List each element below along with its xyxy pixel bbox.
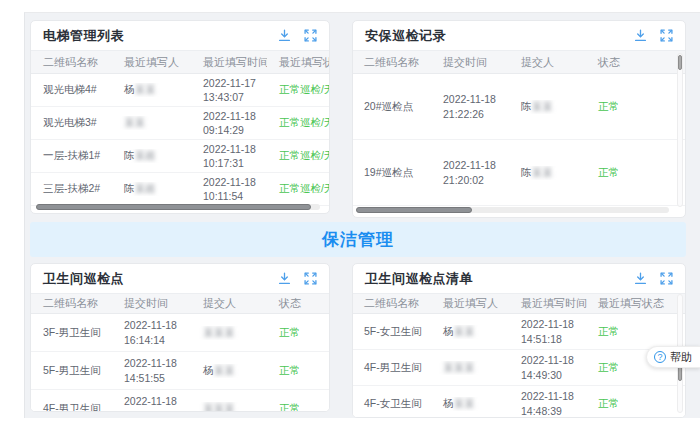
time-cell: 2022-11-1821:20:02	[432, 158, 510, 186]
submitter-cell: 陈某某	[510, 166, 587, 180]
col-last-fill-time: 最近填写时间	[191, 55, 267, 70]
status-cell: 正常巡检/无问题	[267, 116, 330, 130]
vertical-scrollbar[interactable]	[677, 53, 683, 207]
panel-restroom-inspection-list: 卫生间巡检点清单 二维码名称 最近填写人 最近填写时间 最近填写状态 5F-女卫…	[352, 263, 686, 418]
col-qr-name: 二维码名称	[31, 296, 112, 311]
panel-title: 安保巡检记录	[365, 27, 446, 45]
redacted-name: 某某某	[443, 361, 475, 373]
table-row: 一层-扶梯1# 陈某超 2022-11-1810:17:31 正常巡检/无问题	[31, 140, 329, 173]
submitter-cell: 杨某某	[432, 397, 510, 411]
time-cell: 2022-11-1816:14:14	[112, 318, 191, 346]
table-row: 4F-女卫生间 杨某某 2022-11-1814:48:39 正常	[353, 386, 685, 418]
panel-elevator-list: 电梯管理列表 二维码名称 最近填写人 最近填写时间 最近填写状态 观光电梯4# …	[30, 20, 330, 214]
col-last-fill-time: 最近填写时间	[510, 296, 587, 311]
table-header: 二维码名称 最近填写人 最近填写时间 最近填写状态	[353, 293, 685, 314]
download-icon[interactable]	[278, 29, 291, 42]
submitter-cell: 杨某某	[432, 325, 510, 339]
download-icon[interactable]	[634, 272, 647, 285]
panel-header: 电梯管理列表	[31, 21, 329, 50]
time-cell: 2022-11-1814:48:39	[510, 389, 587, 417]
status-cell: 正常巡检/无问题	[267, 83, 330, 97]
time-cell: 2022-11-1814:51:18	[510, 317, 587, 345]
col-qr-name: 二维码名称	[31, 55, 112, 70]
submitter-cell: 陈某超	[112, 182, 191, 196]
submitter-cell: 某某某	[432, 361, 510, 375]
fullscreen-expand-icon[interactable]	[304, 272, 317, 285]
status-cell: 正常	[587, 100, 686, 114]
panel-title: 电梯管理列表	[43, 27, 124, 45]
qr-name-cell: 3F-男卫生间	[31, 326, 112, 340]
table-row: 观光电梯3# 某某 2022-11-1809:14:29 正常巡检/无问题	[31, 107, 329, 140]
section-title: 保洁管理	[322, 228, 394, 251]
table-row: 4F-男卫生间 某某某 2022-11-1814:49:30 正常	[353, 350, 685, 386]
panel-header: 安保巡检记录	[353, 21, 685, 50]
status-cell: 正常	[267, 402, 330, 413]
col-qr-name: 二维码名称	[353, 296, 432, 311]
status-cell: 正常巡检/无问题	[267, 182, 330, 196]
redacted-name: 某某某	[203, 402, 235, 413]
status-cell: 正常	[267, 326, 330, 340]
redacted-name: 某某	[532, 166, 553, 178]
qr-name-cell: 观光电梯4#	[31, 83, 112, 97]
status-cell: 正常	[587, 325, 686, 339]
download-icon[interactable]	[634, 29, 647, 42]
time-cell: 2022-11-1821:22:26	[432, 92, 510, 120]
col-last-filler: 最近填写人	[112, 55, 191, 70]
table-header: 二维码名称 最近填写人 最近填写时间 最近填写状态	[31, 50, 329, 74]
fullscreen-expand-icon[interactable]	[660, 272, 673, 285]
download-icon[interactable]	[278, 272, 291, 285]
dashboard-page: 电梯管理列表 二维码名称 最近填写人 最近填写时间 最近填写状态 观光电梯4# …	[0, 0, 700, 432]
redacted-name: 某某某	[203, 326, 235, 338]
col-last-filler: 最近填写人	[432, 296, 510, 311]
redacted-name: 某某	[532, 100, 553, 112]
qr-name-cell: 一层-扶梯1#	[31, 149, 112, 163]
col-submit-time: 提交时间	[112, 296, 191, 311]
status-cell: 正常巡检/无问题	[267, 149, 330, 163]
redacted-name: 某某	[124, 116, 145, 128]
fullscreen-expand-icon[interactable]	[304, 29, 317, 42]
status-cell: 正常	[587, 166, 686, 180]
scrollbar-thumb[interactable]	[36, 204, 311, 210]
scrollbar-thumb[interactable]	[356, 207, 472, 213]
col-submitter: 提交人	[191, 296, 267, 311]
fullscreen-expand-icon[interactable]	[660, 29, 673, 42]
col-qr-name: 二维码名称	[353, 55, 432, 70]
submitter-cell: 陈某某	[510, 100, 587, 114]
time-cell: 2022-11-1810:17:31	[191, 142, 267, 170]
time-cell: 2022-11-1809:14:29	[191, 109, 267, 137]
help-widget[interactable]: ? 帮助	[646, 346, 700, 368]
qr-name-cell: 4F-男卫生间	[31, 402, 112, 413]
col-status: 状态	[267, 296, 330, 311]
help-label: 帮助	[670, 350, 692, 365]
redacted-name: 某某	[135, 83, 156, 95]
qr-name-cell: 5F-女卫生间	[353, 325, 432, 339]
panel-header: 卫生间巡检点	[31, 264, 329, 293]
redacted-name: 某某	[454, 325, 475, 337]
horizontal-scrollbar[interactable]	[36, 204, 320, 210]
redacted-name: 某超	[135, 182, 156, 194]
submitter-cell: 杨某某	[191, 364, 267, 378]
qr-name-cell: 观光电梯3#	[31, 116, 112, 130]
scrollbar-thumb[interactable]	[678, 55, 682, 70]
col-last-fill-status: 最近填写状态	[587, 296, 686, 311]
table-row: 20#巡检点 2022-11-1821:22:26 陈某某 正常	[353, 74, 685, 140]
qr-name-cell: 三层-扶梯2#	[31, 182, 112, 196]
col-submit-time: 提交时间	[432, 55, 510, 70]
status-cell: 正常	[587, 397, 686, 411]
table-row: 三层-扶梯2# 陈某超 2022-11-1810:11:54 正常巡检/无问题	[31, 173, 329, 206]
panel-restroom-inspection-points: 卫生间巡检点 二维码名称 提交时间 提交人 状态 3F-男卫生间 2022-11…	[30, 263, 330, 412]
submitter-cell: 某某某	[191, 402, 267, 413]
table-row: 5F-女卫生间 杨某某 2022-11-1814:51:18 正常	[353, 314, 685, 350]
time-cell: 2022-11-1713:43:07	[191, 76, 267, 104]
time-cell: 2022-11-1814:49:30	[510, 353, 587, 381]
table-row: 3F-男卫生间 2022-11-1816:14:14 某某某 正常	[31, 314, 329, 352]
qr-name-cell: 20#巡检点	[353, 100, 432, 114]
panel-title: 卫生间巡检点	[43, 270, 124, 288]
qr-name-cell: 4F-女卫生间	[353, 397, 432, 411]
horizontal-scrollbar[interactable]	[356, 207, 669, 213]
col-status: 状态	[587, 55, 686, 70]
col-submitter: 提交人	[510, 55, 587, 70]
panel-security-patrol-records: 安保巡检记录 二维码名称 提交时间 提交人 状态 20#巡检点 2022-11-…	[352, 20, 686, 218]
time-cell: 2022-11-1810:11:54	[191, 175, 267, 203]
status-cell: 正常	[267, 364, 330, 378]
